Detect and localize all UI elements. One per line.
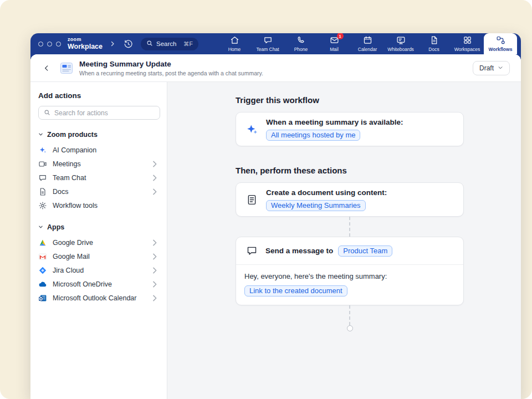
actions-search-field[interactable] [38,106,160,120]
nav-item-mail[interactable]: 1 Mail [318,33,351,54]
window-control-dot[interactable] [38,42,43,47]
document-icon [244,194,259,206]
screenshot-root: zoom Workplace Search ⌘F [0,0,532,399]
trigger-card[interactable]: When a meeting summary is available: All… [236,112,464,146]
workflow-canvas: Trigger this workflow When a meeting sum… [167,82,521,399]
caret-down-icon [38,223,43,231]
nav-item-whiteboards[interactable]: Whiteboards [384,33,417,54]
message-target-chip[interactable]: Product Team [338,245,392,257]
workflow-header: Meeting Summary Update When a recurring … [30,54,521,82]
sidebar-item-docs[interactable]: Docs [38,185,160,198]
send-message-label: Send a message to [265,247,333,255]
mail-unread-badge: 1 [337,33,344,39]
search-input[interactable]: Search ⌘F [141,38,198,50]
send-message-row: Send a message to Product Team [265,245,392,257]
workflow-title: Meeting Summary Update [79,60,263,68]
window-control-dot[interactable] [56,42,61,47]
onedrive-icon [38,280,47,289]
nav-item-home[interactable]: Home [218,33,251,54]
send-message-card[interactable]: Send a message to Product Team Hey, ever… [236,237,464,305]
ai-companion-icon [38,146,47,155]
chevron-right-icon [150,266,160,275]
top-navbar: zoom Workplace Search ⌘F [30,33,521,54]
sidebar-item-jira-cloud[interactable]: Jira Cloud [38,263,160,277]
sidebar-item-team-chat[interactable]: Team Chat [38,171,160,185]
sidebar-item-google-drive[interactable]: Google Drive [38,236,160,249]
message-body-section: Hey, everyone, here's the meeting summar… [236,265,463,305]
connector-line [349,217,350,237]
chevron-right-icon [150,280,160,289]
ai-sparkle-icon [244,122,259,136]
trigger-card-content: When a meeting summary is available: All… [266,118,403,141]
actions-heading: Then, perform these actions [236,166,464,175]
body-row: Add actions Zoom products [30,82,521,399]
sidebar-item-microsoft-outlook-calendar[interactable]: Microsoft Outlook Calendar [38,291,160,305]
mail-icon: 1 [330,35,339,45]
jira-cloud-icon [38,266,47,275]
message-body-text: Hey, everyone, here's the meeting summar… [244,272,455,280]
chat-bubble-icon [244,245,259,257]
nav-item-workflows[interactable]: Workflows [484,33,517,54]
sidebar-item-google-mail[interactable]: Google Mail [38,249,160,263]
meetings-icon [38,160,47,168]
workspaces-icon [463,35,472,45]
chevron-right-icon [150,173,160,182]
window-control-dot[interactable] [47,42,52,47]
chevron-right-icon [150,187,160,196]
back-button[interactable] [43,64,50,72]
workflow-subtitle: When a recurring meeting starts, post th… [79,70,263,76]
calendar-icon [363,35,372,45]
chevron-right-icon [150,252,160,261]
content-panel: Meeting Summary Update When a recurring … [30,54,521,399]
sidebar-item-microsoft-onedrive[interactable]: Microsoft OneDrive [38,277,160,291]
workflow-column: Trigger this workflow When a meeting sum… [236,95,464,331]
section-zoom-products[interactable]: Zoom products [38,131,160,139]
search-shortcut: ⌘F [183,40,193,47]
outlook-calendar-icon [38,294,47,303]
chevron-down-icon [498,64,503,72]
caret-down-icon [38,131,43,139]
add-actions-sidebar: Add actions Zoom products [30,82,167,399]
create-document-card-content: Create a document using content: Weekly … [266,188,387,211]
chevron-right-icon [150,294,160,303]
nav-item-phone[interactable]: Phone [284,33,318,54]
workflow-titles: Meeting Summary Update When a recurring … [79,60,263,76]
history-icon[interactable] [124,39,133,49]
nav-item-calendar[interactable]: Calendar [351,33,384,54]
section-apps[interactable]: Apps [38,223,160,231]
workflow-tools-icon [38,201,47,210]
navbar-left-cluster: zoom Workplace Search ⌘F [30,33,198,54]
chevron-right-icon[interactable] [109,40,116,47]
nav-item-docs[interactable]: Docs [417,33,451,54]
nav-item-more[interactable]: More [517,33,521,54]
workflow-document-icon [59,62,74,74]
search-icon [44,108,50,118]
status-dropdown[interactable]: Draft [473,61,510,75]
sidebar-title: Add actions [38,91,160,100]
chevron-right-icon [150,160,160,168]
trigger-scope-chip[interactable]: All meetings hosted by me [266,130,360,141]
zoom-workplace-logo: zoom Workplace [68,37,103,50]
add-step-node[interactable] [347,325,353,331]
google-drive-icon [38,238,47,247]
zoom-workplace-window: zoom Workplace Search ⌘F [30,33,521,399]
sidebar-item-meetings[interactable]: Meetings [38,157,160,171]
navbar-tabs: Home Team Chat Phone [218,33,521,54]
create-document-label: Create a document using content: [266,188,387,197]
docs-icon [38,187,47,196]
connector-line [349,305,350,325]
logo-zoom-text: zoom [68,37,103,42]
nav-item-team-chat[interactable]: Team Chat [251,33,284,54]
window-controls[interactable] [38,42,61,47]
message-link-chip[interactable]: Link to the created document [244,285,347,296]
trigger-card-label: When a meeting summary is available: [266,118,403,126]
sidebar-item-workflow-tools[interactable]: Workflow tools [38,198,160,212]
actions-search-input[interactable] [54,109,155,117]
nav-item-workspaces[interactable]: Workspaces [451,33,484,54]
document-content-chip[interactable]: Weekly Meeting Summaries [266,200,366,211]
create-document-card[interactable]: Create a document using content: Weekly … [236,182,464,217]
sidebar-item-ai-companion[interactable]: AI Companion [38,143,160,157]
chevron-right-icon [150,238,160,247]
search-icon [146,40,153,48]
docs-icon [429,35,439,45]
